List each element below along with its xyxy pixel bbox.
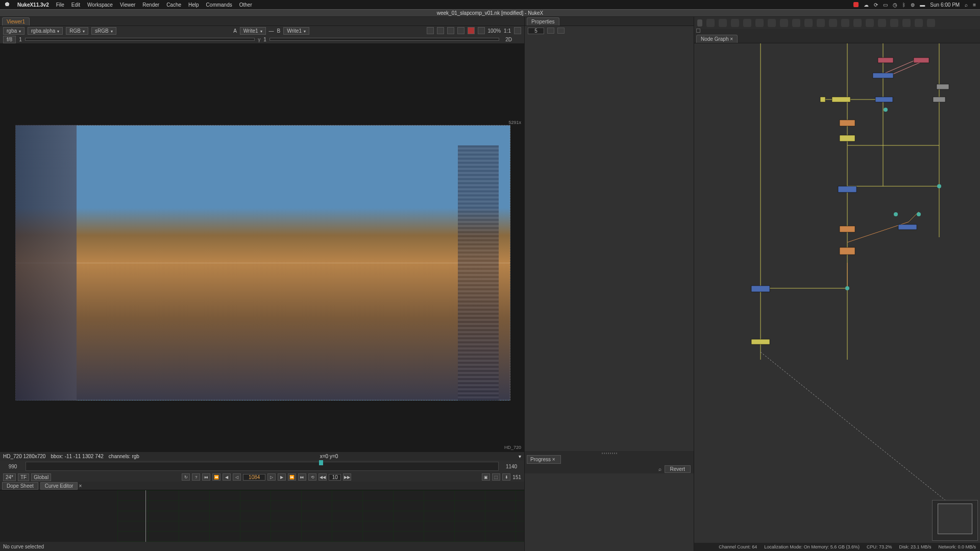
roi-icon[interactable] [437,27,444,34]
wifi-icon[interactable]: ⊚ [911,2,915,8]
tool-draw-icon[interactable] [719,19,727,27]
menu-cache[interactable]: Cache [166,2,181,8]
step-size-input[interactable] [329,474,341,481]
drag-handle[interactable] [525,451,694,455]
gamma-value[interactable]: 1 [263,37,266,42]
apple-menu-icon[interactable] [4,2,10,8]
tool-plugin-a-icon[interactable] [915,19,923,27]
properties-panel[interactable] [525,35,694,451]
tool-keyer-icon[interactable] [780,19,788,27]
refresh-icon[interactable] [478,27,485,34]
sync-icon[interactable]: ↻ [182,473,190,481]
tab-node-graph[interactable]: Node Graph × [696,35,738,43]
max-panels-input[interactable] [528,28,544,34]
wipe-icon[interactable]: — [269,28,274,34]
skip-back-button[interactable]: ◀◀ [318,473,327,481]
display-icon[interactable]: ▭ [883,2,888,8]
zoom-label[interactable]: 100% [488,28,501,34]
timeline[interactable]: 990 1140 [0,460,524,472]
next-key-button[interactable]: ⏩ [288,473,296,481]
tool-filter-icon[interactable] [768,19,776,27]
menu-viewer[interactable]: Viewer [120,2,135,8]
lock-icon[interactable] [557,28,565,34]
play-back-button[interactable]: ◀ [223,473,231,481]
tool-deep-icon[interactable] [841,19,849,27]
tool-views-icon[interactable] [853,19,862,27]
app-name[interactable]: NukeX11.3v2 [17,2,49,8]
ratio-label[interactable]: 1:1 [504,28,511,34]
tf-dropdown[interactable]: TF [18,473,29,481]
battery-icon[interactable]: ▬ [920,2,925,8]
tool-metadata-icon[interactable] [866,19,874,27]
tool-color-icon[interactable] [755,19,764,27]
tool-merge-icon[interactable] [792,19,800,27]
skip-fwd-button[interactable]: ▶▶ [343,473,351,481]
dropdown-arrow-icon[interactable]: ▾ [519,454,521,459]
last-frame-button[interactable]: ⏭ [298,473,306,481]
layer-dropdown[interactable]: rgba.alpha [28,27,63,35]
record-icon[interactable] [468,27,475,34]
a-input-dropdown[interactable]: Write1 [240,27,266,35]
close-tab-icon[interactable]: × [79,483,82,489]
menu-help[interactable]: Help [188,2,199,8]
close-tab-icon[interactable]: × [552,457,555,462]
tab-progress[interactable]: Progress × [527,455,561,464]
sync-icon[interactable]: ⟳ [874,2,878,8]
tab-curve-editor[interactable]: Curve Editor [40,482,78,490]
pause-icon[interactable] [457,27,464,34]
tool-plugin-b-icon[interactable] [927,19,935,27]
menu-commands[interactable]: Commands [206,2,232,8]
notification-center-icon[interactable]: ≡ [973,2,976,8]
clock-text[interactable]: Sun 6:00 PM [930,2,960,8]
spotlight-icon[interactable]: ⌕ [965,2,968,8]
fstop-button[interactable]: f/8 [3,36,16,43]
bluetooth-icon[interactable]: ᛒ [902,2,905,8]
range-dropdown[interactable]: Global [31,473,51,481]
curve-editor[interactable]: No curve selected [0,490,524,551]
render-icon[interactable]: ⬇ [502,473,510,481]
tool-channel-icon[interactable] [743,19,751,27]
loop-mode-button[interactable]: ⟲ [308,473,316,481]
step-back-button[interactable]: ◁ [233,473,241,481]
prev-key-button[interactable]: ⏪ [212,473,220,481]
minimap[interactable] [932,500,978,541]
tool-transform-icon[interactable] [804,19,813,27]
first-frame-button[interactable]: ⏮ [202,473,210,481]
tool-particles-icon[interactable] [829,19,837,27]
curve-grid[interactable] [117,490,524,542]
fit-icon[interactable] [514,27,521,34]
menu-edit[interactable]: Edit [71,2,80,8]
flipbook-icon[interactable]: ⬚ [492,473,500,481]
view-mode-dropdown[interactable]: 2D [505,37,512,42]
tool-furnace-icon[interactable] [902,19,911,27]
lut-dropdown[interactable]: sRGB [91,27,116,35]
in-out-icon[interactable]: ▣ [482,473,490,481]
menu-render[interactable]: Render [142,2,159,8]
tool-3d-icon[interactable] [817,19,825,27]
gamma-slider[interactable] [270,38,499,41]
clip-icon[interactable] [427,27,434,34]
current-frame-input[interactable] [243,474,265,481]
tool-toolsets-icon[interactable] [878,19,886,27]
toolbar-menu-icon[interactable] [697,19,702,27]
loop-icon[interactable]: ? [192,473,200,481]
search-icon[interactable]: ⌕ [658,466,662,472]
tab-dope-sheet[interactable]: Dope Sheet [2,482,38,490]
cloud-icon[interactable]: ☁ [864,2,869,8]
colorspace-dropdown[interactable]: RGB [66,27,88,35]
menu-file[interactable]: File [56,2,64,8]
clock-icon[interactable]: ◷ [893,2,897,8]
timeline-end[interactable]: 1140 [499,464,524,469]
viewer-canvas[interactable]: 5291x HD_720 [0,43,524,452]
step-fwd-button[interactable]: ▷ [267,473,276,481]
tool-time-icon[interactable] [731,19,739,27]
channels-dropdown[interactable]: rgba [3,27,24,35]
revert-button[interactable]: Revert [665,465,691,473]
tab-properties[interactable]: Properties [527,17,559,26]
curve-playhead[interactable] [145,490,146,542]
chevron-down-icon[interactable] [696,29,700,33]
proxy-icon[interactable] [447,27,454,34]
playhead[interactable] [319,460,323,465]
menu-workspace[interactable]: Workspace [87,2,113,8]
menu-other[interactable]: Other [239,2,252,8]
